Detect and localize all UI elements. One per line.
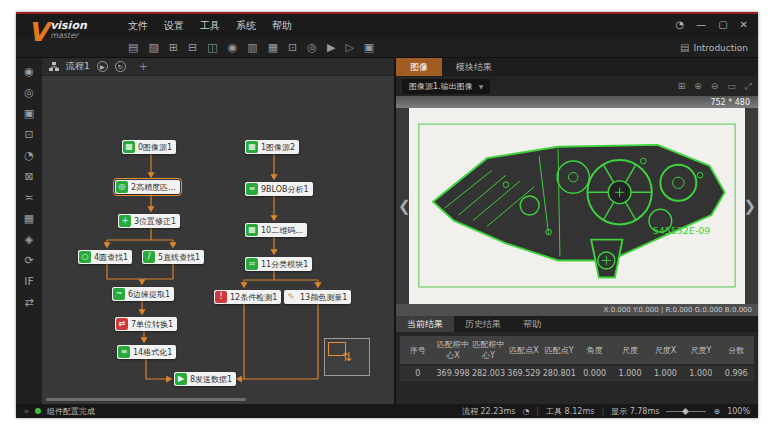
image-viewer[interactable]: ❮ [396, 108, 758, 304]
calibration-icon[interactable]: ⟳ [24, 255, 33, 266]
close-icon[interactable]: ✕ [740, 19, 748, 30]
viewer-tab-0[interactable]: 图像 [396, 58, 442, 76]
prev-image-button[interactable]: ❮ [398, 197, 411, 215]
column-header: 匹配点X [506, 336, 541, 365]
flow-node-2[interactable]: ◎2高精度匹... [115, 180, 180, 194]
minimize-icon[interactable]: — [696, 19, 706, 30]
session-time-icon[interactable]: ◔ [675, 19, 684, 30]
node-label: 13颜色测量1 [300, 292, 347, 303]
flow-node-11[interactable]: ≈11分类模块1 [245, 257, 312, 271]
zoom-out-icon[interactable]: ⊖ [711, 82, 719, 91]
node-label: 11分类模块1 [261, 259, 308, 270]
menu-item-3[interactable]: 系统 [236, 19, 256, 33]
node-icon: ≡ [118, 346, 130, 358]
flow-list-icon[interactable] [49, 62, 59, 71]
flow-node-12[interactable]: !12条件检测1 [214, 290, 281, 304]
viewer-tab-1[interactable]: 模块结果 [442, 58, 506, 76]
results-tab-2[interactable]: 帮助 [512, 316, 552, 332]
flow-tab-label[interactable]: 流程1 [66, 60, 90, 73]
pixel-info-bar: X:0.000 Y:0.000 | R:0.000 G:0.000 B:0.00… [396, 304, 758, 316]
node-label: 0图像源1 [138, 142, 172, 153]
import-icon[interactable]: ⊟ [188, 42, 197, 53]
global-variable-icon[interactable]: ◎ [307, 42, 317, 53]
table-row[interactable]: 0369.998282.003369.529280.8010.0001.0001… [400, 365, 754, 381]
menu-item-4[interactable]: 帮助 [272, 19, 292, 33]
zoom-level: 100% [727, 407, 750, 416]
image-process-icon[interactable]: ▦ [24, 213, 34, 224]
flow-node-7[interactable]: ⇄7单位转换1 [115, 317, 177, 331]
logic-if-icon[interactable]: IF [24, 276, 34, 287]
menu-item-1[interactable]: 设置 [164, 19, 184, 33]
focus-icon[interactable]: ⊡ [24, 129, 33, 140]
color-process-icon[interactable]: ◈ [25, 234, 33, 245]
run-once-icon[interactable]: ▷ [345, 42, 353, 53]
next-image-button[interactable]: ❯ [743, 197, 756, 215]
flow-node-8[interactable]: ▶8发送数据1 [174, 372, 236, 386]
menu-bar: 文件设置工具系统帮助 [128, 19, 292, 33]
flow-canvas[interactable]: ⇅ ▦0图像源1▦1图像源2◎2高精度匹...≡9BLOB分析1+3位置修正1▦… [42, 76, 394, 404]
one-to-one-icon[interactable]: ▭ [727, 82, 736, 91]
fullscreen-icon[interactable]: ⤢ [745, 82, 752, 91]
restore-icon[interactable]: ▢ [718, 19, 727, 30]
column-header: 尺度Y [683, 336, 718, 365]
node-label: 4圆查找1 [94, 252, 128, 263]
flow-node-14[interactable]: ≡14格式化1 [117, 345, 176, 359]
match-score-overlay: 545532E-09 [653, 225, 711, 236]
flow-horizontal-scrollbar[interactable] [46, 398, 246, 401]
node-label: 2高精度匹... [131, 182, 176, 193]
run-continuous-icon[interactable]: ▶ [327, 42, 335, 53]
brand-subname: master [50, 31, 87, 40]
flow-node-5[interactable]: /5直线查找1 [142, 250, 204, 264]
caliper-icon[interactable]: ≍ [24, 192, 33, 203]
image-source-dropdown[interactable]: 图像源1.输出图像 ▼ [402, 79, 490, 94]
results-tab-1[interactable]: 历史结果 [454, 316, 512, 332]
flow-node-3[interactable]: +3位置修正1 [118, 214, 180, 228]
collapse-icon[interactable]: » [24, 407, 29, 416]
data-queue-icon[interactable]: ▥ [247, 42, 257, 53]
location-icon[interactable]: ◎ [24, 87, 34, 98]
introduction-link[interactable]: ▤ Introduction [680, 42, 748, 53]
toolbar-icons: ▤▨⊞⊟◫◉▥▦⊡◎▶▷▣ [128, 42, 374, 53]
io-card-icon[interactable]: ▦ [268, 42, 278, 53]
flow-node-0[interactable]: ▦0图像源1 [122, 140, 176, 154]
node-icon: ▦ [123, 141, 135, 153]
table-cell: 0.000 [577, 365, 612, 381]
open-solution-icon[interactable]: ▨ [148, 42, 158, 53]
status-timings: 流程 22.23ms ◔ | 工具 8.12ms | 显示 7.78ms ⊕ 1… [462, 406, 750, 417]
flow-run-once-button[interactable]: ↻ [115, 61, 126, 72]
flow-node-9[interactable]: ≡9BLOB分析1 [245, 182, 313, 196]
column-header: 匹配框中心X [435, 336, 470, 365]
export-icon[interactable]: ⊞ [169, 42, 178, 53]
add-flow-tab-button[interactable]: + [139, 60, 148, 73]
column-header: 分数 [719, 336, 754, 365]
table-cell: 0.996 [719, 365, 754, 381]
node-icon: ⇄ [116, 318, 128, 330]
flow-node-6[interactable]: ~6边缘提取1 [112, 287, 174, 301]
node-label: 7单位转换1 [131, 319, 173, 330]
acquisition-icon[interactable]: ◉ [24, 66, 34, 77]
results-tab-0[interactable]: 当前结果 [396, 316, 454, 332]
communication-icon[interactable]: ⇄ [24, 297, 33, 308]
module-icon[interactable]: ⊡ [288, 42, 297, 53]
roi-icon[interactable]: ▣ [24, 108, 34, 119]
column-header: 匹配框中心Y [471, 336, 506, 365]
menu-item-2[interactable]: 工具 [200, 19, 220, 33]
flow-minimap[interactable]: ⇅ [324, 338, 370, 376]
flow-node-1[interactable]: ▦1图像源2 [245, 140, 299, 154]
flow-run-button[interactable]: ▶ [97, 61, 108, 72]
stop-icon[interactable]: ▣ [364, 42, 374, 53]
measure-icon[interactable]: ⊠ [24, 171, 33, 182]
window-layout-icon[interactable]: ◫ [207, 42, 217, 53]
slider-thumb[interactable] [682, 407, 689, 414]
save-icon[interactable]: ▤ [128, 42, 138, 53]
flow-node-13[interactable]: ✎13颜色测量1 [284, 290, 351, 304]
flow-node-4[interactable]: ○4圆查找1 [78, 250, 132, 264]
title-bar: V vision master 文件设置工具系统帮助 ◔—▢✕ [16, 14, 758, 38]
fit-window-icon[interactable]: ⊞ [678, 82, 686, 91]
flow-node-10[interactable]: ▦10二维码... [245, 223, 307, 237]
camera-icon[interactable]: ◉ [228, 42, 238, 53]
menu-item-0[interactable]: 文件 [128, 19, 148, 33]
segment-icon[interactable]: ◔ [24, 150, 34, 161]
zoom-in-icon[interactable]: ⊕ [694, 82, 702, 91]
canvas-zoom-slider[interactable] [666, 411, 706, 412]
